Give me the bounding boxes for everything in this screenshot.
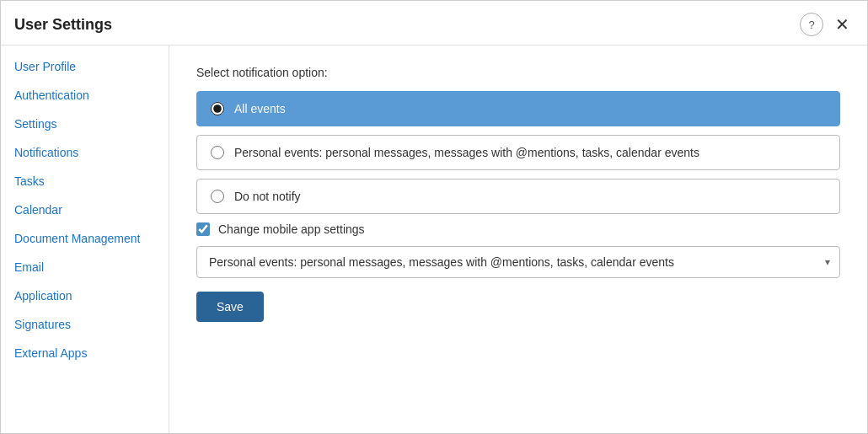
- title-bar: User Settings ? ✕: [1, 1, 867, 46]
- sidebar-item-document-management[interactable]: Document Management: [1, 224, 169, 253]
- sidebar-item-application[interactable]: Application: [1, 281, 169, 310]
- sidebar-item-external-apps[interactable]: External Apps: [1, 339, 169, 367]
- sidebar-item-authentication[interactable]: Authentication: [1, 81, 169, 110]
- mobile-app-label: Change mobile app settings: [218, 222, 365, 236]
- sidebar-item-calendar[interactable]: Calendar: [1, 196, 169, 224]
- sidebar-item-signatures[interactable]: Signatures: [1, 310, 169, 339]
- save-button[interactable]: Save: [196, 292, 264, 322]
- content-area: User ProfileAuthenticationSettingsNotifi…: [1, 46, 867, 433]
- window-title: User Settings: [14, 16, 112, 34]
- help-icon: ?: [808, 19, 814, 31]
- radio-all-events-input[interactable]: [211, 102, 224, 115]
- sidebar-item-notifications[interactable]: Notifications: [1, 138, 169, 167]
- radio-do-not-notify-input[interactable]: [211, 190, 224, 203]
- sidebar: User ProfileAuthenticationSettingsNotifi…: [1, 46, 169, 433]
- title-bar-actions: ? ✕: [800, 13, 854, 36]
- sidebar-item-email[interactable]: Email: [1, 253, 169, 281]
- radio-personal-events-input[interactable]: [211, 146, 224, 159]
- user-settings-window: User Settings ? ✕ User ProfileAuthentica…: [0, 0, 868, 434]
- radio-do-not-notify-label: Do not notify: [234, 190, 301, 203]
- help-button[interactable]: ?: [800, 13, 823, 36]
- close-icon: ✕: [835, 14, 849, 35]
- notification-dropdown[interactable]: All events Personal events: personal mes…: [196, 246, 840, 278]
- sidebar-item-user-profile[interactable]: User Profile: [1, 52, 169, 81]
- sidebar-item-settings[interactable]: Settings: [1, 110, 169, 138]
- radio-personal-events-label: Personal events: personal messages, mess…: [234, 146, 699, 159]
- radio-option-all-events[interactable]: All events: [196, 91, 840, 126]
- main-content: Select notification option: All events P…: [169, 46, 867, 433]
- sidebar-item-tasks[interactable]: Tasks: [1, 167, 169, 196]
- radio-option-personal-events[interactable]: Personal events: personal messages, mess…: [196, 135, 840, 170]
- section-label: Select notification option:: [196, 66, 840, 79]
- mobile-app-checkbox[interactable]: [196, 222, 210, 236]
- radio-option-do-not-notify[interactable]: Do not notify: [196, 179, 840, 214]
- notification-dropdown-row: All events Personal events: personal mes…: [196, 246, 840, 278]
- mobile-app-settings-row: Change mobile app settings: [196, 222, 840, 236]
- close-button[interactable]: ✕: [830, 13, 854, 36]
- radio-all-events-label: All events: [234, 102, 286, 115]
